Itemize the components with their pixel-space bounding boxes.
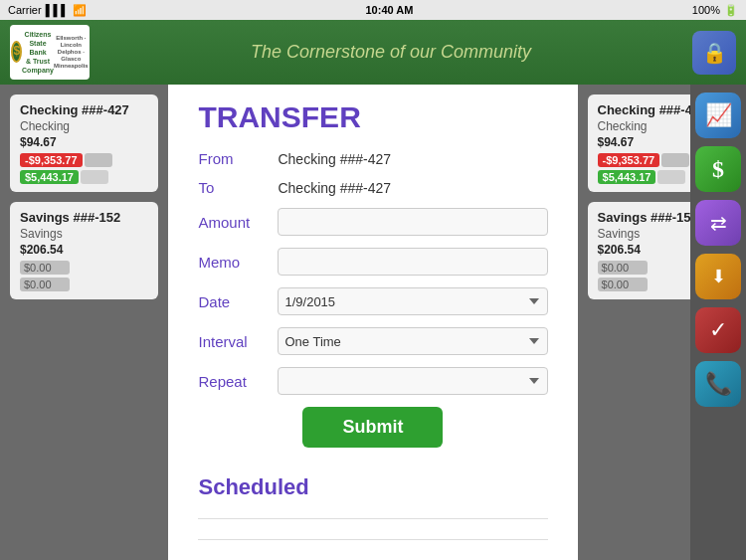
lock-button[interactable]: 🔒 xyxy=(692,31,736,75)
from-row: From Checking ###-427 xyxy=(198,150,547,167)
interval-label: Interval xyxy=(198,333,278,350)
status-left: Carrier ▌▌▌ 📶 xyxy=(8,4,87,17)
status-time: 10:40 AM xyxy=(365,4,413,16)
download-button[interactable]: ⬇ xyxy=(695,254,741,299)
interval-row: Interval One Time Weekly Monthly xyxy=(198,327,547,355)
logo-circle: $ xyxy=(11,41,22,63)
amount-input[interactable] xyxy=(278,208,547,236)
app-header: $ CitizensState Bank& Trust Company Ells… xyxy=(0,20,746,85)
transfer-icon: ⇄ xyxy=(710,211,727,235)
scheduled-section: Scheduled xyxy=(168,474,577,560)
status-bar: Carrier ▌▌▌ 📶 10:40 AM 100% 🔋 xyxy=(0,0,746,20)
left-savings-bars2: $0.00 xyxy=(20,278,148,291)
left-savings-name: Savings ###-152 xyxy=(20,210,148,225)
scheduled-line-1 xyxy=(198,508,547,519)
left-checking-card[interactable]: Checking ###-427 Checking $94.67 -$9,353… xyxy=(10,94,158,192)
left-checking-bar2: $5,443.17 xyxy=(20,170,79,184)
transfer-form-area: TRANSFER From Checking ###-427 To Checki… xyxy=(168,85,577,474)
memo-input[interactable] xyxy=(278,248,547,276)
repeat-row: Repeat xyxy=(198,367,547,395)
left-savings-bar2: $0.00 xyxy=(20,278,70,291)
right-checking-gray1 xyxy=(661,153,689,167)
date-select[interactable]: 1/9/2015 xyxy=(278,287,547,315)
date-row: Date 1/9/2015 xyxy=(198,287,547,315)
date-label: Date xyxy=(198,293,278,310)
amount-row: Amount xyxy=(198,208,547,236)
icon-panel: 📈 $ ⇄ ⬇ ✓ 📞 xyxy=(690,85,746,560)
check-icon: ✓ xyxy=(709,317,727,343)
to-label: To xyxy=(198,179,278,196)
left-checking-balance: $94.67 xyxy=(20,135,148,149)
bank-name-logo: CitizensState Bank& Trust Company xyxy=(22,30,54,75)
trending-up-button[interactable]: 📈 xyxy=(695,93,741,138)
right-checking-bar2: $5,443.17 xyxy=(598,170,656,184)
left-checking-bars: -$9,353.77 xyxy=(20,153,148,167)
scheduled-title: Scheduled xyxy=(198,474,547,500)
right-checking-gray2 xyxy=(657,170,685,184)
transfer-button[interactable]: ⇄ xyxy=(695,200,741,246)
phone-message-icon: 📞 xyxy=(705,371,732,397)
scheduled-line-2 xyxy=(198,529,547,540)
left-savings-bar1: $0.00 xyxy=(20,261,70,275)
left-savings-card[interactable]: Savings ###-152 Savings $206.54 $0.00 $0… xyxy=(10,202,158,299)
dollar-button[interactable]: $ xyxy=(695,146,741,192)
left-savings-balance: $206.54 xyxy=(20,243,148,257)
center-panel: TRANSFER From Checking ###-427 To Checki… xyxy=(168,85,577,560)
dollar-icon: $ xyxy=(712,156,724,183)
to-row: To Checking ###-427 xyxy=(198,179,547,196)
left-savings-bars1: $0.00 xyxy=(20,261,148,275)
left-checking-name: Checking ###-427 xyxy=(20,102,148,117)
left-checking-bar1: -$9,353.77 xyxy=(20,153,83,167)
wifi-icon: 📶 xyxy=(73,4,87,17)
memo-row: Memo xyxy=(198,248,547,276)
amount-label: Amount xyxy=(198,214,278,231)
repeat-label: Repeat xyxy=(198,373,278,390)
left-panel: Checking ###-427 Checking $94.67 -$9,353… xyxy=(0,85,168,560)
battery-icon: 🔋 xyxy=(724,4,738,17)
left-savings-type: Savings xyxy=(20,227,148,241)
right-savings-bar2: $0.00 xyxy=(598,278,648,291)
message-button[interactable]: 📞 xyxy=(695,361,741,407)
left-checking-bars2: $5,443.17 xyxy=(20,170,148,184)
bank-logo: $ CitizensState Bank& Trust Company Ells… xyxy=(10,25,90,80)
submit-button[interactable]: Submit xyxy=(302,407,443,448)
checkmark-button[interactable]: ✓ xyxy=(695,307,741,353)
from-value: Checking ###-427 xyxy=(278,151,547,167)
battery-label: 100% xyxy=(692,4,720,16)
download-icon: ⬇ xyxy=(711,266,726,287)
bank-tagline: The Cornerstone of our Community xyxy=(90,42,692,63)
left-checking-type: Checking xyxy=(20,119,148,133)
left-checking-gray2 xyxy=(81,170,108,184)
repeat-select[interactable] xyxy=(278,367,547,395)
interval-select[interactable]: One Time Weekly Monthly xyxy=(278,327,547,355)
main-content: Checking ###-427 Checking $94.67 -$9,353… xyxy=(0,85,746,560)
submit-row: Submit xyxy=(198,407,547,448)
from-label: From xyxy=(198,150,278,167)
transfer-title: TRANSFER xyxy=(198,100,547,134)
bank-locations: Ellsworth · LincolnDelphos · GlascoMinne… xyxy=(54,35,89,71)
status-right: 100% 🔋 xyxy=(692,4,738,17)
memo-label: Memo xyxy=(198,254,278,271)
signal-icon: ▌▌▌ xyxy=(46,4,69,16)
carrier-label: Carrier xyxy=(8,4,42,16)
lock-icon: 🔒 xyxy=(702,41,727,65)
left-checking-gray1 xyxy=(85,153,112,167)
right-savings-bar1: $0.00 xyxy=(598,261,648,275)
to-value: Checking ###-427 xyxy=(278,180,547,196)
trending-up-icon: 📈 xyxy=(705,102,732,128)
right-checking-bar1: -$9,353.77 xyxy=(598,153,660,167)
